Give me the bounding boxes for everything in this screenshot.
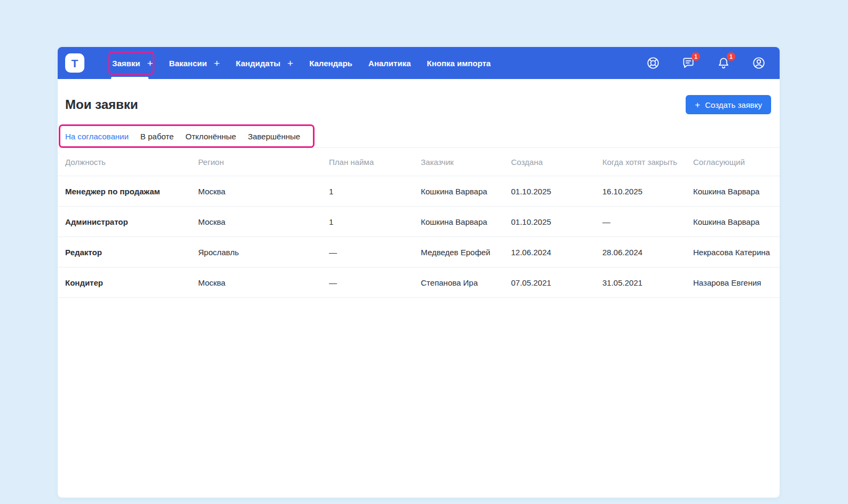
nav-item-requests-label[interactable]: Заявки [112,59,140,68]
bell-icon[interactable]: 1 [717,56,731,70]
requests-table: Должность Регион План найма Заказчик Соз… [58,148,780,298]
cell-created: 01.10.2025 [511,217,602,226]
plus-icon[interactable]: + [147,58,153,68]
nav-item-import-button: Кнопка импорта [427,59,491,68]
table-row[interactable]: Менеджер по продажам Москва 1 Кошкина Ва… [58,176,780,207]
column-header-position: Должность [65,158,198,167]
column-header-created: Создана [511,158,602,167]
cell-position: Менеджер по продажам [65,187,198,196]
cell-approver: Назарова Евгения [693,278,772,287]
nav-item-candidates: Кандидаты + [236,58,294,68]
cell-position: Редактор [65,248,198,257]
cell-customer: Медведев Ерофей [421,248,511,257]
cell-customer: Степанова Ира [421,278,511,287]
help-icon[interactable] [646,56,660,70]
active-nav-indicator [111,77,148,79]
profile-icon[interactable] [752,56,766,70]
tab-on-approval[interactable]: На согласовании [65,132,129,141]
column-header-hiring-plan: План найма [329,158,421,167]
main-navigation: Заявки + Вакансии + Кандидаты + Календар… [112,58,491,68]
logo-letter: T [72,58,78,69]
column-header-region: Регион [198,158,329,167]
navbar-icons: 1 1 [646,56,772,70]
top-navbar: T Заявки + Вакансии + Кандидаты + Календ… [58,47,780,79]
cell-hiring-plan: — [329,248,421,257]
nav-item-candidates-label[interactable]: Кандидаты [236,59,281,68]
nav-item-vacancies-label[interactable]: Вакансии [169,59,207,68]
nav-item-analytics-label[interactable]: Аналитика [368,59,411,68]
cell-customer: Кошкина Варвара [421,217,511,226]
column-header-approver: Согласующий [693,158,772,167]
cell-close-date: — [602,217,693,226]
table-row[interactable]: Администратор Москва 1 Кошкина Варвара 0… [58,207,780,237]
plus-icon: + [695,100,700,109]
cell-hiring-plan: 1 [329,187,421,196]
cell-region: Ярославль [198,248,329,257]
cell-created: 12.06.2024 [511,248,602,257]
cell-region: Москва [198,217,329,226]
table-header-row: Должность Регион План найма Заказчик Соз… [58,148,780,176]
cell-created: 01.10.2025 [511,187,602,196]
cell-approver: Кошкина Варвара [693,217,772,226]
cell-close-date: 16.10.2025 [602,187,693,196]
page-title: Мои заявки [65,97,138,112]
column-header-close-date: Когда хотят закрыть [602,158,693,167]
plus-icon[interactable]: + [214,58,219,68]
chat-badge: 1 [692,52,700,61]
tab-rejected[interactable]: Отклонённые [185,132,236,141]
nav-item-import-label[interactable]: Кнопка импорта [427,59,491,68]
cell-created: 07.05.2021 [511,278,602,287]
create-request-label: Создать заявку [705,100,762,109]
cell-approver: Кошкина Варвара [693,187,772,196]
nav-item-requests: Заявки + [112,58,153,68]
app-window: T Заявки + Вакансии + Кандидаты + Календ… [58,47,780,498]
bell-badge: 1 [727,52,735,61]
status-tabs: На согласовании В работе Отклонённые Зав… [58,125,780,148]
cell-position: Администратор [65,217,198,226]
cell-close-date: 31.05.2021 [602,278,693,287]
app-logo[interactable]: T [65,53,84,73]
cell-hiring-plan: 1 [329,217,421,226]
nav-item-vacancies: Вакансии + [169,58,220,68]
chat-icon[interactable]: 1 [681,56,695,70]
cell-hiring-plan: — [329,278,421,287]
cell-close-date: 28.06.2024 [602,248,693,257]
cell-position: Кондитер [65,278,198,287]
cell-customer: Кошкина Варвара [421,187,511,196]
table-row[interactable]: Редактор Ярославль — Медведев Ерофей 12.… [58,237,780,267]
nav-item-calendar-label[interactable]: Календарь [309,59,352,68]
tab-completed[interactable]: Завершённые [248,132,300,141]
page-header: Мои заявки + Создать заявку [65,94,771,115]
table-row[interactable]: Кондитер Москва — Степанова Ира 07.05.20… [58,267,780,298]
nav-item-calendar: Календарь [309,59,352,68]
cell-region: Москва [198,278,329,287]
tab-in-progress[interactable]: В работе [140,132,174,141]
create-request-button[interactable]: + Создать заявку [686,95,771,114]
plus-icon[interactable]: + [287,58,293,68]
column-header-customer: Заказчик [421,158,511,167]
nav-item-analytics: Аналитика [368,59,411,68]
cell-region: Москва [198,187,329,196]
cell-approver: Некрасова Катерина [693,248,772,257]
